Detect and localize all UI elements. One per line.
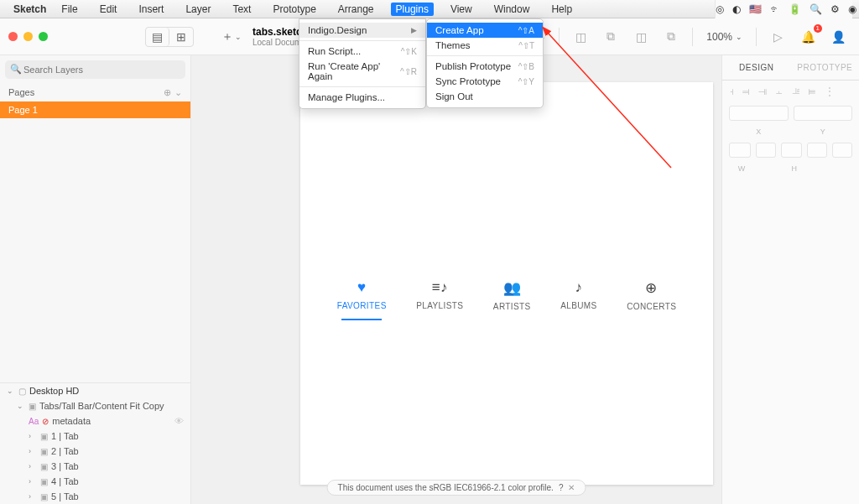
account-icon[interactable]: 👤 xyxy=(825,26,851,48)
layer-tab[interactable]: ›▣3 | Tab xyxy=(0,459,190,474)
tab-playlists[interactable]: ≡♪ PLAYLISTS xyxy=(416,279,463,320)
align-left-icon[interactable]: ⫞ xyxy=(729,86,734,97)
pages-label: Pages xyxy=(8,87,34,98)
sidebar-view-toggle[interactable]: ▤ ⊞ xyxy=(145,27,194,47)
submenu-sync-prototype[interactable]: Sync Prototype^⇧Y xyxy=(427,74,543,89)
playlist-icon: ≡♪ xyxy=(432,279,448,296)
align-top-icon[interactable]: ⫠ xyxy=(774,86,784,97)
tab-artists[interactable]: 👥 ARTISTS xyxy=(493,279,531,320)
align-right-icon[interactable]: ⫣ xyxy=(757,86,768,97)
control-center-icon[interactable]: ⚙ xyxy=(830,3,840,15)
add-page-icon[interactable]: ⊕ xyxy=(164,87,171,98)
h-field[interactable] xyxy=(781,143,803,158)
spotlight-icon[interactable]: 🔍 xyxy=(810,3,822,15)
w-field[interactable] xyxy=(729,143,751,158)
menu-item-run-script[interactable]: Run Script...^⇧K xyxy=(299,44,425,59)
artboard[interactable]: ♥ FAVORITES ≡♪ PLAYLISTS 👥 ARTISTS ♪ ALB… xyxy=(300,82,713,485)
globe-icon: ⊕ xyxy=(645,279,657,297)
layer-tab[interactable]: ›▣2 | Tab xyxy=(0,444,190,459)
page-item[interactable]: Page 1 xyxy=(0,101,190,118)
layer-tab[interactable]: ›▣4 | Tab xyxy=(0,474,190,489)
traffic-lights[interactable] xyxy=(8,32,48,41)
menu-plugins[interactable]: Plugins xyxy=(391,3,434,16)
people-icon: 👥 xyxy=(503,279,521,297)
wifi-icon[interactable]: ᯤ xyxy=(770,3,780,15)
flag-icon[interactable]: 🇺🇸 xyxy=(749,3,762,15)
plugins-menu[interactable]: Indigo.Design▶ Run Script...^⇧K Run 'Cre… xyxy=(299,18,426,109)
menu-layer[interactable]: Layer xyxy=(180,3,216,16)
menu-edit[interactable]: Edit xyxy=(95,3,122,16)
collapse-icon[interactable]: ⌄ xyxy=(174,87,182,98)
heart-icon: ♥ xyxy=(357,279,367,296)
visibility-icon[interactable]: 👁 xyxy=(174,416,184,426)
grid-icon[interactable]: ⊞ xyxy=(169,28,193,46)
menu-item-manage-plugins[interactable]: Manage Plugins... xyxy=(299,90,425,105)
status-text: This document uses the sRGB IEC61966-2.1… xyxy=(338,483,554,492)
align-middle-icon[interactable]: ⫡ xyxy=(791,86,801,97)
inspector-tab-prototype[interactable]: PROTOTYPE xyxy=(791,55,860,81)
siri-icon[interactable]: ◉ xyxy=(848,3,856,15)
rotate-icon[interactable] xyxy=(832,143,852,158)
submenu-publish-prototype[interactable]: Publish Prototype^⇧B xyxy=(427,59,543,74)
tray-icon[interactable]: ◐ xyxy=(732,3,741,15)
music-note-icon: ♪ xyxy=(575,279,582,296)
right-inspector: DESIGN PROTOTYPE ⫞ ⫤ ⫣ ⫠ ⫡ ⫢ ⋮ XY WH xyxy=(721,55,859,504)
distribute-icon[interactable]: ⋮ xyxy=(825,86,835,97)
panel-icon[interactable]: ▤ xyxy=(146,28,169,46)
layers-panel: ⌄▢Desktop HD ⌄▣Tabs/Tall Bar/Content Fit… xyxy=(0,382,190,504)
menu-text[interactable]: Text xyxy=(227,3,256,16)
bool-subtract-icon[interactable]: ⧉ xyxy=(598,26,623,48)
x-field[interactable] xyxy=(729,106,789,121)
close-icon[interactable]: ✕ xyxy=(568,483,575,492)
canvas[interactable]: ♥ FAVORITES ≡♪ PLAYLISTS 👥 ARTISTS ♪ ALB… xyxy=(191,55,721,504)
play-icon[interactable]: ▷ xyxy=(765,26,790,48)
app-name[interactable]: Sketch xyxy=(13,3,46,15)
menu-item-run-again[interactable]: Run 'Create App' Again^⇧R xyxy=(299,59,425,84)
menu-help[interactable]: Help xyxy=(546,3,577,16)
align-bottom-icon[interactable]: ⫢ xyxy=(808,86,818,97)
layer-metadata[interactable]: Aa⊘metadata👁 xyxy=(0,413,190,429)
submenu-themes[interactable]: Themes^⇧T xyxy=(427,38,543,53)
zoom-control[interactable]: 100%⌄ xyxy=(701,31,747,43)
y-field[interactable] xyxy=(794,106,853,121)
flip-icon[interactable] xyxy=(807,143,827,158)
insert-button[interactable]: ＋ ⌄ xyxy=(219,26,244,48)
submenu-create-app[interactable]: Create App^⇧A xyxy=(427,23,543,38)
tab-favorites[interactable]: ♥ FAVORITES xyxy=(337,279,387,320)
left-sidebar: 🔍 Pages ⊕⌄ Page 1 ⌄▢Desktop HD ⌄▣Tabs/Ta… xyxy=(0,55,191,504)
menu-file[interactable]: File xyxy=(56,3,82,16)
help-icon[interactable]: ? xyxy=(559,483,564,492)
search-icon: 🔍 xyxy=(10,64,22,75)
zoom-window-icon[interactable] xyxy=(39,32,48,41)
menu-item-indigo-design[interactable]: Indigo.Design▶ xyxy=(299,23,425,38)
layer-artboard[interactable]: ⌄▢Desktop HD xyxy=(0,383,190,398)
battery-icon[interactable]: 🔋 xyxy=(789,3,801,15)
search-input[interactable] xyxy=(5,60,185,79)
menu-prototype[interactable]: Prototype xyxy=(268,3,320,16)
lock-icon[interactable] xyxy=(756,143,776,158)
tray-icon[interactable]: ◎ xyxy=(716,3,724,15)
menu-insert[interactable]: Insert xyxy=(133,3,169,16)
tab-concerts[interactable]: ⊕ CONCERTS xyxy=(627,279,676,320)
submenu-sign-out[interactable]: Sign Out xyxy=(427,89,543,104)
menu-window[interactable]: Window xyxy=(489,3,535,16)
bool-difference-icon[interactable]: ⧉ xyxy=(659,26,684,48)
minimize-window-icon[interactable] xyxy=(23,32,33,41)
indigo-submenu[interactable]: Create App^⇧A Themes^⇧T Publish Prototyp… xyxy=(426,18,544,108)
inspector-tab-design[interactable]: DESIGN xyxy=(722,55,791,81)
bool-intersect-icon[interactable]: ◫ xyxy=(628,26,653,48)
align-icons: ⫞ ⫤ ⫣ ⫠ ⫡ ⫢ ⋮ xyxy=(722,81,859,102)
menu-view[interactable]: View xyxy=(445,3,477,16)
layer-tab[interactable]: ›▣1 | Tab xyxy=(0,429,190,444)
tab-albums[interactable]: ♪ ALBUMS xyxy=(560,279,597,320)
menu-arrange[interactable]: Arrange xyxy=(333,3,379,16)
layer-tab[interactable]: ›▣5 | Tab xyxy=(0,489,190,504)
status-bar[interactable]: This document uses the sRGB IEC61966-2.1… xyxy=(327,480,586,496)
macos-menubar: Sketch File Edit Insert Layer Text Proto… xyxy=(0,0,859,18)
layer-group[interactable]: ⌄▣Tabs/Tall Bar/Content Fit Copy xyxy=(0,398,190,413)
bool-union-icon[interactable]: ◫ xyxy=(568,26,593,48)
align-center-icon[interactable]: ⫤ xyxy=(741,86,751,97)
notifications-icon[interactable]: 🔔1 xyxy=(795,26,820,48)
close-window-icon[interactable] xyxy=(8,32,18,41)
